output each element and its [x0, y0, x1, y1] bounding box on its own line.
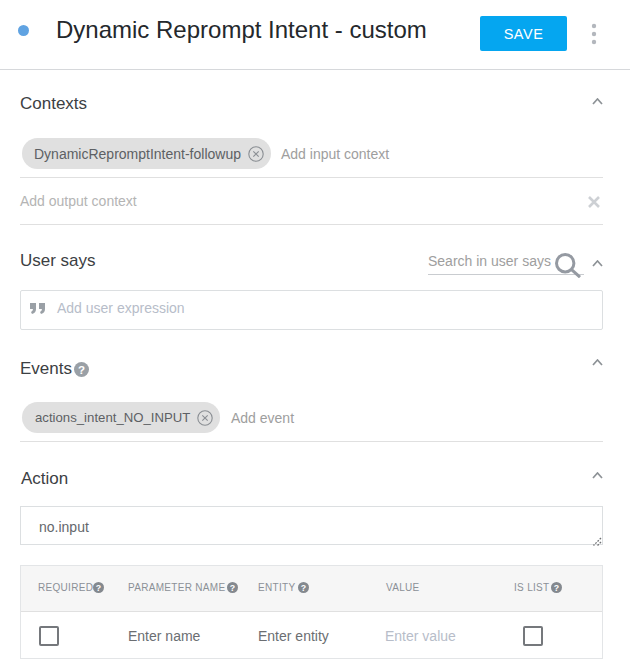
svg-text:?: ?: [96, 583, 101, 593]
svg-text:?: ?: [78, 364, 85, 376]
svg-text:?: ?: [230, 583, 235, 593]
svg-text:?: ?: [301, 583, 306, 593]
svg-text:?: ?: [554, 583, 559, 593]
